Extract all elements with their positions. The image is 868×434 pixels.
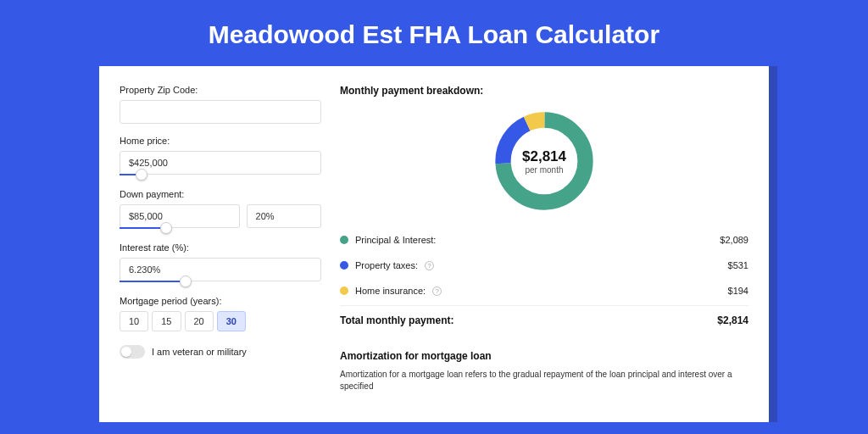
slider-thumb-icon[interactable] <box>180 275 192 287</box>
form-column: Property Zip Code: Home price: Down paym… <box>120 85 321 403</box>
period-buttons: 10 15 20 30 <box>120 311 321 331</box>
legend-value: $194 <box>728 286 748 296</box>
interest-input[interactable] <box>120 258 321 281</box>
page-title: Meadowood Est FHA Loan Calculator <box>0 0 868 66</box>
dot-icon <box>340 236 348 244</box>
breakdown-heading: Monthly payment breakdown: <box>340 85 748 97</box>
interest-slider[interactable] <box>120 281 321 284</box>
amortization-text: Amortization for a mortgage loan refers … <box>340 369 748 392</box>
amortization-heading: Amortization for mortgage loan <box>340 350 748 362</box>
donut-chart: $2,814 per month <box>340 107 748 215</box>
period-btn-30[interactable]: 30 <box>217 311 246 331</box>
home-price-slider[interactable] <box>120 174 321 177</box>
donut-amount: $2,814 <box>522 148 566 165</box>
interest-field: Interest rate (%): <box>120 242 321 284</box>
dot-icon <box>340 287 348 295</box>
donut-sub: per month <box>522 165 566 175</box>
legend-value: $2,089 <box>720 235 748 245</box>
interest-label: Interest rate (%): <box>120 242 321 253</box>
period-btn-20[interactable]: 20 <box>185 311 214 331</box>
veteran-toggle[interactable] <box>120 345 145 359</box>
dot-icon <box>340 261 348 270</box>
period-label: Mortgage period (years): <box>120 296 321 306</box>
zip-field: Property Zip Code: <box>120 85 321 124</box>
down-payment-field: Down payment: <box>120 189 321 231</box>
veteran-label: I am veteran or military <box>152 347 247 357</box>
down-payment-label: Down payment: <box>120 189 321 199</box>
legend-label: Home insurance: <box>355 286 426 296</box>
total-row: Total monthly payment: $2,814 <box>340 305 748 335</box>
home-price-input[interactable] <box>120 151 321 175</box>
legend-value: $531 <box>728 260 748 270</box>
period-btn-10[interactable]: 10 <box>120 311 148 331</box>
total-label: Total monthly payment: <box>340 314 453 326</box>
down-payment-slider[interactable] <box>120 227 321 231</box>
down-payment-pct-input[interactable] <box>247 204 321 228</box>
veteran-row: I am veteran or military <box>120 345 321 359</box>
zip-input[interactable] <box>120 100 321 124</box>
info-icon[interactable]: ? <box>432 287 442 296</box>
zip-label: Property Zip Code: <box>120 85 321 95</box>
slider-thumb-icon[interactable] <box>136 169 147 181</box>
legend-label: Property taxes: <box>355 260 418 270</box>
home-price-label: Home price: <box>120 136 321 146</box>
info-icon[interactable]: ? <box>425 261 434 270</box>
legend-insurance: Home insurance: ? $194 <box>340 278 748 303</box>
period-btn-15[interactable]: 15 <box>152 311 181 331</box>
toggle-thumb-icon <box>121 347 131 357</box>
breakdown-column: Monthly payment breakdown: $2,814 per mo… <box>340 85 748 403</box>
legend-label: Principal & Interest: <box>355 235 436 245</box>
home-price-field: Home price: <box>120 136 321 177</box>
period-field: Mortgage period (years): 10 15 20 30 <box>120 296 321 331</box>
slider-thumb-icon[interactable] <box>160 222 172 234</box>
calculator-card: Property Zip Code: Home price: Down paym… <box>99 66 769 422</box>
down-payment-amount-input[interactable] <box>120 204 240 228</box>
legend-taxes: Property taxes: ? $531 <box>340 253 748 278</box>
legend-principal: Principal & Interest: $2,089 <box>340 227 748 253</box>
total-value: $2,814 <box>717 314 748 326</box>
